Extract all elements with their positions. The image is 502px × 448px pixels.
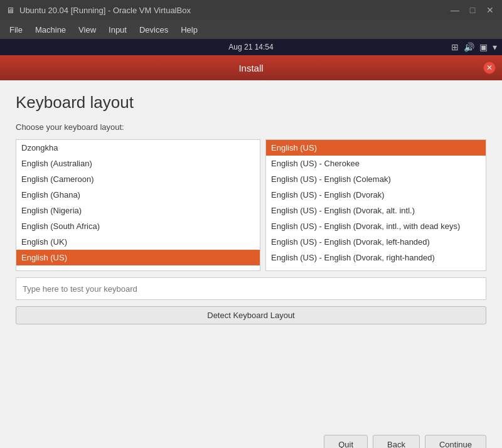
keyboard-variant-list[interactable]: English (US)English (US) - CherokeeEngli…	[265, 139, 486, 271]
keyboard-layout-panels: DzongkhaEnglish (Australian)English (Cam…	[16, 139, 486, 271]
vm-datetime: Aug 21 14:54	[228, 43, 273, 51]
left-panel-item[interactable]: English (Ghana)	[16, 187, 260, 203]
right-panel-item[interactable]: English (US) - English (Macintosh)	[266, 265, 486, 271]
vm-status-icons: ⊞ 🔊 ▣ ▾	[451, 42, 497, 52]
battery-icon: ▣	[479, 42, 488, 52]
right-panel-item[interactable]: English (US) - English (Dvorak, intl., w…	[266, 218, 486, 234]
right-panel-item[interactable]: English (US)	[266, 140, 486, 156]
menu-machine[interactable]: Machine	[29, 23, 72, 37]
minimize-button[interactable]: —	[449, 4, 461, 16]
window-controls: — □ ✕	[449, 4, 496, 16]
install-header: Install ✕	[0, 55, 502, 80]
close-button[interactable]: ✕	[484, 4, 496, 16]
right-panel-item[interactable]: English (US) - English (Dvorak, left-han…	[266, 234, 486, 250]
page-title: Keyboard layout	[16, 93, 486, 112]
right-panel-item[interactable]: English (US) - English (Dvorak)	[266, 187, 486, 203]
menu-file[interactable]: File	[3, 23, 29, 37]
network-icon: ⊞	[451, 42, 459, 52]
right-panel-item[interactable]: English (US) - English (Dvorak, alt. int…	[266, 203, 486, 218]
left-panel-item[interactable]: Esperanto	[16, 265, 260, 271]
install-title: Install	[238, 63, 263, 73]
right-panel-item[interactable]: English (US) - English (Colemak)	[266, 171, 486, 187]
quit-button[interactable]: Quit	[324, 435, 368, 448]
detect-keyboard-button[interactable]: Detect Keyboard Layout	[16, 306, 486, 324]
right-panel-item[interactable]: English (US) - Cherokee	[266, 156, 486, 171]
maximize-button[interactable]: □	[467, 4, 478, 16]
window-title: Ubuntu 20.04 [Running] - Oracle VM Virtu…	[19, 6, 444, 15]
left-panel-item[interactable]: English (Cameroon)	[16, 171, 260, 187]
page-subtitle: Choose your keyboard layout:	[16, 122, 486, 132]
left-panel-item[interactable]: English (South Africa)	[16, 218, 260, 234]
left-panel-item[interactable]: English (UK)	[16, 234, 260, 250]
keyboard-language-list[interactable]: DzongkhaEnglish (Australian)English (Cam…	[16, 139, 260, 271]
menu-view[interactable]: View	[72, 23, 102, 37]
vm-statusbar: Aug 21 14:54 ⊞ 🔊 ▣ ▾	[0, 39, 502, 55]
menubar: File Machine View Input Devices Help	[0, 20, 502, 39]
dropdown-icon[interactable]: ▾	[493, 42, 497, 52]
navigation-buttons: Quit Back Continue	[0, 425, 502, 448]
titlebar: 🖥 Ubuntu 20.04 [Running] - Oracle VM Vir…	[0, 0, 502, 20]
install-close-button[interactable]: ✕	[483, 61, 496, 74]
menu-input[interactable]: Input	[102, 23, 133, 37]
left-panel-item[interactable]: English (Nigeria)	[16, 203, 260, 218]
keyboard-test-input[interactable]	[16, 277, 486, 300]
left-panel-item[interactable]: English (Australian)	[16, 156, 260, 171]
main-content: Keyboard layout Choose your keyboard lay…	[0, 80, 502, 425]
right-panel-item[interactable]: English (US) - English (Dvorak, right-ha…	[266, 250, 486, 265]
left-panel-item[interactable]: English (US)	[16, 250, 260, 265]
back-button[interactable]: Back	[373, 435, 420, 448]
audio-icon: 🔊	[464, 42, 474, 52]
app-icon: 🖥	[6, 6, 14, 15]
left-panel-item[interactable]: Dzongkha	[16, 140, 260, 156]
menu-help[interactable]: Help	[174, 23, 204, 37]
menu-devices[interactable]: Devices	[133, 23, 174, 37]
continue-button[interactable]: Continue	[425, 435, 486, 448]
